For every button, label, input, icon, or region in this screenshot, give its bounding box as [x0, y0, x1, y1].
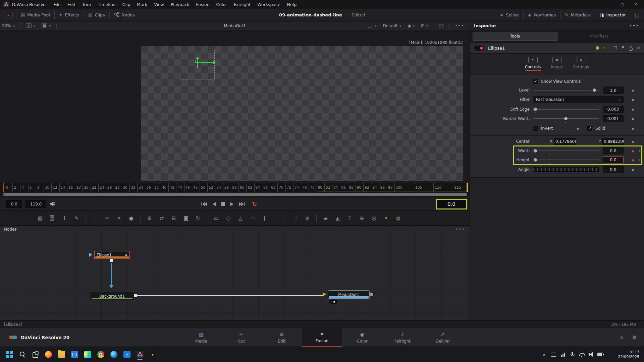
keyframe-diamond-icon[interactable]: ◆ — [632, 107, 634, 111]
tool-fast-noise[interactable]: ▒ — [48, 214, 57, 223]
height-value[interactable]: 0.0 — [603, 156, 624, 163]
taskbar-task-view[interactable] — [30, 349, 40, 361]
activity-icon[interactable] — [559, 350, 567, 359]
node-tile-color-swatch[interactable] — [596, 46, 599, 50]
center-x-field[interactable]: 0.17786069 — [554, 138, 576, 145]
audio-mute-button[interactable] — [50, 201, 56, 207]
home-icon[interactable]: ⌂ — [620, 335, 624, 341]
spline-button[interactable]: ≈ Spline — [495, 9, 523, 21]
mic-icon[interactable] — [568, 350, 576, 359]
tool-shape-3d[interactable]: ◭ — [333, 214, 342, 223]
taskbar-media-player[interactable] — [148, 349, 158, 361]
menu-item[interactable]: Playback — [167, 1, 193, 8]
tool-image-plane-3d[interactable]: ▰ — [321, 214, 330, 223]
tool-camera-3d[interactable]: ◎ — [369, 214, 379, 223]
page-tab-edit[interactable]: ≡ Edit — [262, 328, 302, 347]
background-output-port[interactable] — [133, 294, 137, 298]
tool-background[interactable]: ▧ — [36, 214, 45, 223]
node-enable-toggle[interactable] — [474, 46, 484, 51]
tool-ellipse-mask[interactable]: ○ — [224, 214, 233, 223]
play-button[interactable] — [230, 202, 233, 206]
menu-item[interactable]: Timeline — [95, 1, 119, 8]
tool-color-keyer[interactable]: ◙ — [181, 214, 191, 223]
reset-icon[interactable]: ↺ — [637, 46, 640, 50]
subtab-settings[interactable]: ⚙ Settings — [572, 57, 591, 69]
roi-dropdown[interactable]: ∨ — [366, 24, 379, 28]
invert-checkbox[interactable] — [533, 126, 538, 131]
center-y-field[interactable]: 0.89823008 — [602, 138, 624, 145]
gizmo-x-axis[interactable] — [198, 62, 215, 63]
chevron-right-icon[interactable]: › — [639, 148, 641, 153]
inspector-options-menu[interactable]: ••• — [629, 23, 639, 28]
tool-channel-booleans[interactable]: ⇄ — [157, 214, 166, 223]
color-controls-dropdown[interactable]: ◉ ∨ — [406, 23, 417, 28]
tool-light-3d[interactable]: ✦ — [381, 214, 391, 223]
connection-ellipse-to-background[interactable] — [111, 263, 112, 287]
gear-icon[interactable]: ⚙ — [632, 335, 637, 341]
horizontal-scrollbar[interactable] — [3, 193, 467, 196]
tool-text-3d[interactable]: T — [345, 214, 355, 223]
height-slider[interactable] — [533, 158, 599, 162]
angle-value[interactable]: 0.0 — [603, 166, 624, 173]
connection-background-to-mediaout[interactable] — [137, 295, 323, 296]
nodes-options-menu[interactable]: ••• — [456, 227, 465, 232]
menu-item[interactable]: Trim — [79, 1, 95, 8]
metadata-button[interactable]: ✎ Metadata — [560, 9, 595, 21]
width-slider[interactable] — [533, 148, 599, 153]
taskbar-search[interactable] — [17, 349, 27, 361]
menu-item[interactable]: File — [50, 1, 64, 8]
menu-item[interactable]: Fairlight — [230, 1, 254, 8]
tool-particle-render[interactable]: ⊛ — [303, 214, 312, 223]
tool-color-corrector[interactable]: ∴ — [90, 214, 100, 223]
page-tab-cut[interactable]: ✂ Cut — [221, 328, 262, 347]
hidden-icons-chevron[interactable]: ∧ — [540, 350, 548, 359]
keyframe-diamond-icon[interactable]: ◆ — [632, 98, 634, 101]
tool-particle-emitter[interactable]: ∵ — [278, 214, 288, 223]
border-width-value[interactable]: 0.001 — [603, 115, 624, 122]
volume-icon[interactable] — [587, 350, 595, 359]
maximize-button[interactable]: ▢ — [620, 2, 625, 7]
dual-viewer-button[interactable]: ▯▯ — [437, 23, 446, 28]
page-tab-media[interactable]: ▥ Media — [181, 328, 221, 347]
node-background1[interactable]: Background1 — [91, 292, 133, 300]
filter-dropdown[interactable]: Fast Gaussian ∨ — [533, 96, 624, 103]
node-mediaout1[interactable]: MediaOut1 — [328, 290, 370, 299]
menu-item[interactable]: Fusion — [193, 1, 213, 8]
menu-item[interactable]: Workspace — [254, 1, 283, 8]
solid-checkbox[interactable]: ✓ — [587, 126, 592, 131]
level-value[interactable]: 1.0 — [603, 87, 624, 94]
tool-render-3d[interactable]: ◍ — [393, 214, 403, 223]
close-button[interactable]: ✕ — [633, 2, 638, 7]
keyframes-button[interactable]: ◈ Keyframes — [524, 9, 560, 21]
minimize-button[interactable]: — — [606, 2, 611, 7]
tool-brightness-contrast[interactable]: ☀ — [114, 214, 124, 223]
angle-thumbwheel[interactable] — [533, 167, 599, 172]
page-tab-color[interactable]: ◉ Color — [342, 328, 382, 347]
go-to-start-button[interactable] — [201, 202, 207, 206]
width-value[interactable]: 0.0 — [603, 147, 624, 154]
play-reverse-button[interactable] — [212, 202, 216, 206]
node-graph[interactable]: Ellipse1 ◈ Background1 MediaOut1 — [0, 233, 470, 320]
ellipse-input-port[interactable] — [89, 253, 94, 257]
subtab-image[interactable]: ▩ Image — [547, 57, 567, 69]
border-width-slider[interactable] — [533, 116, 599, 121]
menu-item[interactable]: Color — [213, 1, 231, 8]
go-to-end-button[interactable] — [239, 202, 245, 206]
tool-bspline-mask[interactable]: ◠ — [248, 214, 257, 223]
battery-icon[interactable] — [596, 350, 604, 359]
taskbar-firefox[interactable] — [43, 349, 53, 361]
taskbar-dev-tool[interactable] — [83, 349, 93, 361]
keyframe-diamond-icon[interactable]: ◆ — [632, 139, 634, 143]
chevron-right-icon[interactable]: › — [639, 158, 641, 162]
viewer-canvas[interactable]: [Main]: 644x362 float32 — [0, 30, 470, 183]
media-pool-button[interactable]: ▤ Media Pool — [16, 9, 54, 21]
keyframe-diamond-icon[interactable]: ◆ — [632, 168, 634, 171]
taskbar-chrome[interactable] — [96, 349, 106, 361]
tab-modifiers[interactable]: Modifiers — [557, 32, 642, 41]
keyframe-diamond-red-icon[interactable]: ◆ — [632, 158, 634, 162]
keyframe-diamond-icon[interactable]: ◆ — [632, 88, 634, 92]
tool-rectangle-mask[interactable]: ▭ — [212, 214, 221, 223]
tool-merge[interactable]: ⊞ — [145, 214, 154, 223]
channel-dropdown[interactable]: A ∨ — [24, 23, 38, 28]
page-tab-deliver[interactable]: ↗ Deliver — [423, 328, 463, 347]
